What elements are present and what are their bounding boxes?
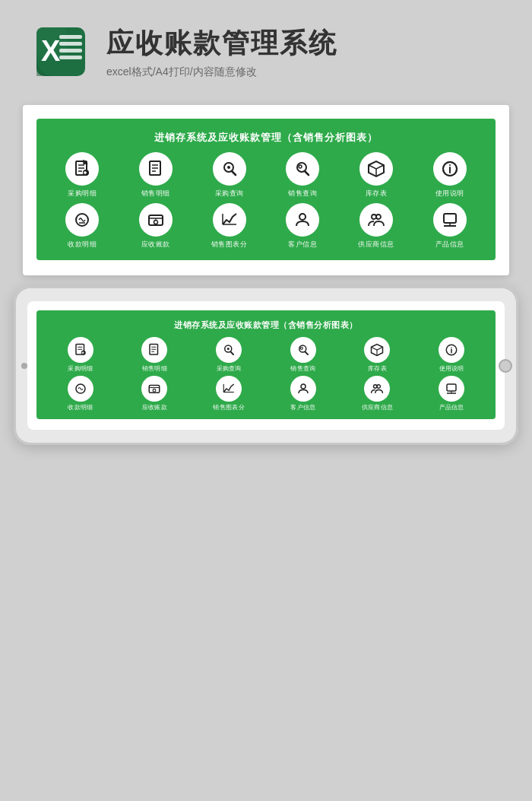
tablet-icon-purchase-detail[interactable]: 采购明细: [44, 337, 117, 373]
sales-chart-label: 销售图表分: [211, 240, 248, 250]
green-panel-top: 进销存系统及应收账款管理（含销售分析图表） 采购明细 销售明细 采购查询: [36, 119, 496, 260]
tablet-icon-instructions[interactable]: 使用说明: [415, 337, 488, 373]
purchase-query-icon: [213, 152, 246, 186]
tablet-inventory-label: 库存表: [368, 365, 387, 373]
svg-rect-41: [444, 214, 456, 223]
tablet-inventory-icon: [364, 337, 390, 363]
svg-point-20: [227, 166, 230, 169]
receipts-icon: [65, 203, 99, 237]
inventory-icon: [359, 152, 393, 186]
svg-point-72: [377, 385, 381, 389]
tablet-customer-label: 客户信息: [290, 404, 315, 412]
tablet-section: 进销存系统及应收账款管理（含销售分析图表） 采购明细 销售明细: [14, 286, 518, 445]
tablet-product-label: 产品信息: [439, 404, 464, 412]
tablet-icon-receivables[interactable]: 应收账款: [119, 376, 192, 412]
tablet-supplier-icon: [364, 376, 390, 402]
customer-label: 客户信息: [288, 240, 317, 250]
svg-line-58: [305, 352, 307, 354]
svg-point-34: [154, 221, 157, 224]
tablet-icon-customer[interactable]: 客户信息: [267, 376, 340, 412]
icon-item-supplier[interactable]: 供应商信息: [341, 203, 412, 250]
product-label: 产品信息: [435, 240, 464, 250]
tablet-icon-sales-chart[interactable]: 销售图表分: [192, 376, 265, 412]
tablet-outer: 进销存系统及应收账款管理（含销售分析图表） 采购明细 销售明细: [14, 286, 518, 445]
top-card: 进销存系统及应收账款管理（含销售分析图表） 采购明细 销售明细 采购查询: [23, 105, 509, 275]
svg-text:X: X: [41, 35, 61, 67]
icon-item-receipts[interactable]: 收款明细: [47, 203, 118, 250]
tablet-purchase-query-label: 采购查询: [217, 365, 242, 373]
tablet-icon-supplier[interactable]: 供应商信息: [341, 376, 414, 412]
panel-title-top: 进销存系统及应收账款管理（含销售分析图表）: [47, 126, 485, 152]
icon-item-sales-query[interactable]: 销售查询: [268, 152, 338, 199]
tablet-sales-detail-label: 销售明细: [142, 365, 167, 373]
tablet-camera-icon: [21, 363, 27, 369]
icon-item-inventory[interactable]: 库存表: [341, 152, 412, 199]
sales-detail-icon: [139, 152, 173, 186]
tablet-receipts-icon: [68, 376, 93, 402]
icons-grid-tablet: 采购明细 销售明细 采购查询: [44, 337, 488, 412]
tablet-purchase-detail-icon: [68, 337, 93, 363]
main-title: 应收账款管理系统: [106, 25, 337, 62]
svg-point-62: [451, 347, 452, 348]
svg-rect-6: [59, 56, 82, 59]
svg-rect-3: [59, 35, 82, 39]
svg-point-26: [449, 164, 451, 166]
svg-point-59: [300, 347, 302, 349]
icon-item-purchase-query[interactable]: 采购查询: [194, 152, 264, 199]
inventory-label: 库存表: [366, 189, 388, 199]
svg-line-22: [306, 172, 309, 176]
svg-rect-73: [447, 384, 456, 391]
icon-item-sales-detail[interactable]: 销售明细: [121, 152, 192, 199]
purchase-query-label: 采购查询: [215, 189, 244, 199]
icon-item-receivables[interactable]: 应收账款: [121, 203, 192, 250]
tablet-sales-chart-label: 销售图表分: [213, 404, 245, 412]
excel-logo-icon: X: [30, 21, 91, 82]
receipts-label: 收款明细: [68, 240, 97, 250]
tablet-instructions-label: 使用说明: [439, 365, 464, 373]
svg-rect-5: [59, 49, 82, 52]
customer-icon: [286, 203, 319, 237]
supplier-label: 供应商信息: [358, 240, 394, 250]
svg-point-67: [154, 389, 157, 392]
tablet-supplier-label: 供应商信息: [362, 404, 394, 412]
tablet-product-icon: [439, 376, 464, 402]
tablet-sales-chart-icon: [216, 376, 242, 402]
icon-item-sales-chart[interactable]: 销售图表分: [194, 203, 264, 250]
supplier-icon: [359, 203, 393, 237]
panel-title-tablet: 进销存系统及应收账款管理（含销售分析图表）: [44, 316, 488, 337]
icon-item-customer[interactable]: 客户信息: [268, 203, 338, 250]
tablet-purchase-query-icon: [216, 337, 242, 363]
icon-item-instructions[interactable]: 使用说明: [414, 152, 485, 199]
tablet-sales-query-label: 销售查询: [290, 365, 315, 373]
svg-point-38: [299, 214, 306, 220]
tablet-inner: 进销存系统及应收账款管理（含销售分析图表） 采购明细 销售明细: [27, 301, 505, 430]
icon-item-product[interactable]: 产品信息: [414, 203, 485, 250]
svg-point-40: [376, 215, 381, 219]
svg-point-70: [301, 384, 306, 389]
instructions-label: 使用说明: [435, 189, 464, 199]
tablet-icon-receipts[interactable]: 收款明细: [44, 376, 117, 412]
green-panel-tablet: 进销存系统及应收账款管理（含销售分析图表） 采购明细 销售明细: [36, 310, 496, 419]
tablet-receivables-icon: [141, 376, 167, 402]
tablet-icon-purchase-query[interactable]: 采购查询: [192, 337, 265, 373]
header-text: 应收账款管理系统 excel格式/A4打印/内容随意修改: [106, 25, 337, 79]
tablet-icon-sales-detail[interactable]: 销售明细: [119, 337, 192, 373]
tablet-icon-inventory[interactable]: 库存表: [341, 337, 414, 373]
svg-point-23: [299, 165, 302, 168]
tablet-icon-sales-query[interactable]: 销售查询: [267, 337, 340, 373]
svg-line-55: [231, 352, 233, 354]
tablet-sales-query-icon: [290, 337, 316, 363]
tablet-receivables-label: 应收账款: [142, 404, 167, 412]
tablet-receipts-label: 收款明细: [68, 404, 93, 412]
purchase-detail-label: 采购明细: [68, 189, 97, 199]
sales-query-label: 销售查询: [288, 189, 317, 199]
svg-rect-4: [59, 42, 82, 46]
tablet-instructions-icon: [439, 337, 464, 363]
icon-item-purchase-detail[interactable]: 采购明细: [47, 152, 118, 199]
tablet-icon-product[interactable]: 产品信息: [415, 376, 488, 412]
purchase-detail-icon: [65, 152, 99, 186]
product-icon: [433, 203, 467, 237]
receivables-icon: [139, 203, 173, 237]
header-section: X 应收账款管理系统 excel格式/A4打印/内容随意修改: [0, 0, 532, 97]
svg-point-56: [227, 348, 230, 350]
